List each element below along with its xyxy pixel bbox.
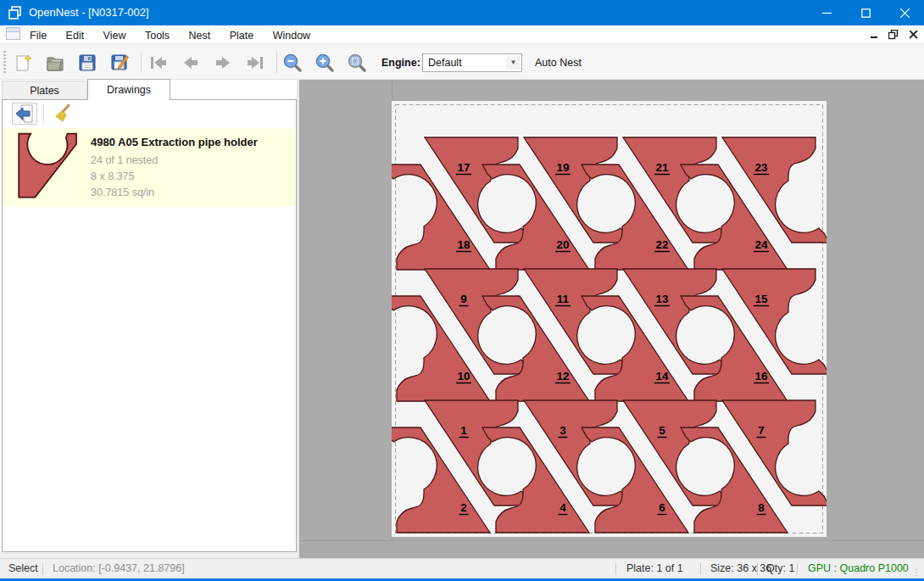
- part-number-label: 9: [460, 293, 467, 305]
- title-bar: OpenNest - [N0317-002]: [0, 0, 924, 25]
- close-icon: [900, 8, 910, 18]
- menu-items: File Edit View Tools Nest Plate Window: [22, 25, 318, 43]
- last-plate-button[interactable]: [243, 52, 267, 74]
- go-previous-icon: [180, 53, 202, 72]
- part-number-label: 6: [659, 501, 665, 514]
- toolbar-separator: [141, 52, 142, 73]
- drawing-area: 30.7815 sq/in: [91, 187, 154, 198]
- part-number-label: 11: [557, 293, 570, 305]
- zoom-out-button[interactable]: [281, 52, 304, 74]
- panel-toolbar: [3, 100, 296, 127]
- resize-grip[interactable]: ⋮⋮: [912, 567, 921, 576]
- part-number-label: 21: [655, 161, 669, 174]
- mdi-document-icon[interactable]: [6, 27, 20, 40]
- zoom-fit-icon: [347, 53, 367, 73]
- drawing-list-item[interactable]: 4980 A05 Extraction pipe holder 24 of 1 …: [3, 128, 296, 206]
- zoom-out-icon: [282, 53, 303, 73]
- mdi-minimize-button[interactable]: [866, 28, 883, 42]
- maximize-icon: [861, 8, 871, 18]
- open-file-button[interactable]: [43, 52, 67, 74]
- part-number-label: 5: [659, 424, 665, 437]
- previous-plate-button[interactable]: [179, 52, 203, 74]
- import-drawing-icon: [14, 103, 36, 124]
- plate-view[interactable]: 171921231820222491113151012141613572468: [392, 101, 827, 537]
- menu-window[interactable]: Window: [265, 27, 318, 45]
- part-number-label: 1: [460, 424, 467, 437]
- status-separator: [615, 563, 616, 575]
- part-number-label: 4: [559, 501, 566, 514]
- menu-bar: File Edit View Tools Nest Plate Window: [0, 25, 924, 43]
- new-file-icon: [13, 53, 33, 73]
- minimize-icon: [822, 8, 832, 18]
- zoom-fit-button[interactable]: [345, 52, 369, 74]
- part-thumbnail: [11, 132, 86, 200]
- drawings-panel: 4980 A05 Extraction pipe holder 24 of 1 …: [2, 99, 297, 552]
- menu-plate[interactable]: Plate: [222, 27, 262, 45]
- part-number-label: 22: [655, 238, 668, 251]
- chevron-down-icon[interactable]: ▼: [506, 55, 520, 70]
- mdi-close-button[interactable]: [905, 28, 922, 42]
- mdi-close-icon: [910, 31, 918, 39]
- nest-canvas[interactable]: 171921231820222491113151012141613572468: [299, 80, 924, 558]
- save-edit-button[interactable]: [108, 52, 131, 74]
- part-number-label: 16: [754, 370, 768, 383]
- engine-select[interactable]: Default ▼: [422, 53, 522, 72]
- next-plate-button[interactable]: [211, 52, 235, 74]
- toolbar-grip[interactable]: [3, 51, 6, 75]
- part-number-label: 23: [754, 161, 768, 174]
- save-edit-icon: [109, 53, 130, 73]
- status-separator: [797, 563, 798, 575]
- part-number-label: 20: [556, 238, 569, 251]
- status-separator: [757, 563, 758, 575]
- mdi-restore-button[interactable]: [885, 28, 902, 42]
- part-number-label: 15: [754, 293, 768, 305]
- broom-icon: [52, 103, 74, 124]
- zoom-in-icon: [314, 53, 335, 73]
- menu-nest[interactable]: Nest: [181, 27, 219, 45]
- go-first-icon: [148, 53, 170, 72]
- maximize-button[interactable]: [846, 0, 885, 25]
- go-last-icon: [244, 53, 266, 72]
- status-bar: Select Location: [-0.9437, 21.8796] Plat…: [0, 558, 924, 579]
- status-size: Size: 36 x 36: [710, 562, 771, 574]
- drawing-nested-count: 24 of 1 nested: [91, 154, 158, 166]
- app-icon: [8, 6, 22, 20]
- minimize-button[interactable]: [807, 0, 846, 25]
- tab-plates[interactable]: Plates: [2, 81, 87, 100]
- part-number-label: 8: [758, 501, 765, 514]
- auto-nest-button[interactable]: Auto Nest: [535, 57, 582, 69]
- menu-edit[interactable]: Edit: [58, 27, 92, 45]
- mdi-minimize-icon: [871, 31, 879, 39]
- engine-label: Engine:: [381, 57, 420, 69]
- window-title: OpenNest - [N0317-002]: [29, 6, 149, 19]
- status-mode: Select: [8, 562, 38, 574]
- drawing-title: 4980 A05 Extraction pipe holder: [91, 136, 258, 148]
- part-number-label: 14: [655, 370, 669, 383]
- main-toolbar: Engine: Default ▼ Auto Nest: [0, 43, 924, 80]
- menu-view[interactable]: View: [96, 27, 134, 45]
- status-gpu: GPU : Quadro P1000: [808, 562, 909, 574]
- save-icon: [77, 53, 97, 73]
- drawing-size: 8 x 8.375: [91, 170, 134, 182]
- tab-drawings[interactable]: Drawings: [87, 79, 170, 100]
- mdi-restore-icon: [888, 30, 899, 40]
- panel-bottom-strip: [0, 552, 298, 558]
- menu-tools[interactable]: Tools: [137, 27, 177, 45]
- status-location: Location: [-0.9437, 21.8796]: [53, 562, 185, 574]
- part-number-label: 24: [754, 238, 768, 251]
- clean-button[interactable]: [50, 103, 75, 125]
- part-number-label: 3: [559, 424, 566, 437]
- panel-toolbar-separator: [43, 103, 44, 124]
- go-next-icon: [212, 53, 234, 72]
- part-number-label: 2: [460, 501, 467, 514]
- part-number-label: 10: [457, 370, 470, 383]
- zoom-in-button[interactable]: [313, 52, 337, 74]
- menu-file[interactable]: File: [22, 27, 54, 45]
- part-number-label: 18: [457, 238, 470, 251]
- status-separator: [700, 563, 701, 575]
- new-file-button[interactable]: [11, 52, 35, 74]
- close-button[interactable]: [885, 0, 924, 25]
- first-plate-button[interactable]: [147, 52, 170, 74]
- save-button[interactable]: [75, 52, 99, 74]
- import-drawing-button[interactable]: [12, 103, 37, 125]
